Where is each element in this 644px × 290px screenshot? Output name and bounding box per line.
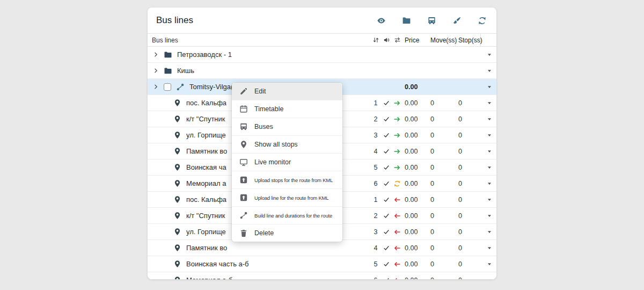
speaker-icon[interactable] bbox=[383, 37, 390, 44]
pin-icon bbox=[173, 244, 181, 252]
stop-value: 0 bbox=[454, 277, 481, 280]
menu-item-label: Upload stops for the route from KML bbox=[254, 177, 333, 183]
caret-down-icon[interactable] bbox=[487, 117, 492, 122]
stop-number: 1 bbox=[370, 99, 381, 107]
check-cell bbox=[381, 197, 392, 203]
chevron-right-icon[interactable] bbox=[153, 84, 159, 90]
check-cell bbox=[381, 261, 392, 267]
row-label: к/т "Спутник bbox=[186, 212, 225, 220]
stop-number: 4 bbox=[370, 148, 381, 155]
check-icon bbox=[383, 277, 390, 280]
menu-item-live-monitor[interactable]: Live monitor bbox=[232, 154, 342, 171]
pin-icon bbox=[173, 276, 181, 279]
check-icon bbox=[383, 164, 390, 171]
caret-cell bbox=[481, 133, 496, 138]
arrow-right-icon bbox=[393, 148, 401, 155]
row-label: Петрозаводск - 1 bbox=[177, 50, 232, 59]
stop-value: 0 bbox=[454, 180, 481, 187]
caret-down-icon[interactable] bbox=[487, 213, 492, 219]
stop-number: 4 bbox=[370, 244, 381, 252]
menu-item-upload-line-for-the-route-from-kml[interactable]: Upload line for the route from KML bbox=[232, 189, 342, 207]
stop-value: 0 bbox=[454, 212, 481, 220]
direction-cell bbox=[392, 132, 402, 139]
price-value: 0.00 bbox=[402, 212, 426, 220]
chevron-right-icon[interactable] bbox=[153, 52, 159, 57]
tree-cell: Мемориал а-б bbox=[148, 276, 370, 279]
menu-item-label: Edit bbox=[254, 88, 266, 95]
menu-item-build-line-and-durations-for-the-route[interactable]: Build line and durations for the route bbox=[232, 207, 342, 224]
check-icon bbox=[383, 116, 390, 122]
chevron-right-icon[interactable] bbox=[153, 68, 159, 74]
row-label: Памятник во bbox=[186, 244, 227, 252]
caret-down-icon[interactable] bbox=[487, 181, 492, 186]
caret-down-icon[interactable] bbox=[487, 278, 492, 280]
caret-down-icon[interactable] bbox=[487, 100, 492, 106]
caret-cell bbox=[481, 149, 496, 154]
row-checkbox[interactable] bbox=[164, 83, 171, 91]
check-cell bbox=[381, 180, 392, 187]
arrow-left-icon bbox=[393, 228, 401, 236]
move-value: 0 bbox=[426, 244, 454, 252]
check-cell bbox=[381, 100, 392, 106]
stop-row[interactable]: Памятник во40.0000 bbox=[148, 240, 496, 256]
brush-icon[interactable] bbox=[452, 16, 462, 25]
folder-row[interactable]: Кишь bbox=[148, 63, 496, 79]
arrow-left-icon bbox=[393, 212, 401, 220]
refresh-icon[interactable] bbox=[478, 16, 487, 25]
menu-item-show-all-stops[interactable]: Show all stops bbox=[232, 136, 342, 154]
caret-down-icon[interactable] bbox=[487, 262, 492, 267]
stop-row[interactable]: Воинская часть а-б50.0000 bbox=[148, 256, 496, 272]
arrow-left-icon bbox=[393, 196, 401, 204]
menu-item-label: Build line and durations for the route bbox=[254, 213, 332, 219]
stop-number: 5 bbox=[370, 164, 381, 171]
caret-down-icon[interactable] bbox=[487, 165, 492, 170]
menu-item-timetable[interactable]: Timetable bbox=[232, 100, 342, 118]
move-value: 0 bbox=[426, 115, 454, 123]
stop-value: 0 bbox=[454, 196, 481, 204]
caret-cell bbox=[481, 197, 496, 202]
caret-down-icon[interactable] bbox=[487, 52, 492, 57]
table-header-label: Bus lines bbox=[148, 37, 370, 44]
menu-item-upload-stops-for-the-route-from-kml[interactable]: Upload stops for the route from KML bbox=[232, 171, 342, 189]
folder-icon bbox=[164, 67, 172, 75]
caret-down-icon[interactable] bbox=[487, 229, 492, 235]
caret-cell bbox=[481, 262, 496, 267]
folder-icon[interactable] bbox=[402, 16, 411, 25]
caret-down-icon[interactable] bbox=[487, 149, 492, 154]
caret-cell bbox=[481, 213, 496, 219]
caret-down-icon[interactable] bbox=[487, 197, 492, 202]
pin-icon bbox=[173, 163, 181, 171]
menu-item-delete[interactable]: Delete bbox=[232, 224, 342, 242]
menu-item-edit[interactable]: Edit bbox=[232, 83, 342, 100]
bus-icon[interactable] bbox=[427, 16, 436, 25]
upload-icon bbox=[239, 193, 248, 202]
check-icon bbox=[383, 261, 390, 267]
sort-icon[interactable] bbox=[372, 37, 379, 44]
price-value: 0.00 bbox=[402, 115, 426, 123]
stop-row[interactable]: Мемориал а-б60.0000 bbox=[148, 272, 496, 279]
price-value: 0.00 bbox=[402, 148, 426, 155]
check-cell bbox=[381, 116, 392, 122]
price-value: 0.00 bbox=[402, 228, 426, 236]
caret-down-icon[interactable] bbox=[487, 133, 492, 138]
pin-icon bbox=[173, 260, 181, 268]
direction-cell bbox=[392, 164, 402, 171]
pin-icon bbox=[173, 195, 181, 204]
caret-cell bbox=[481, 181, 496, 186]
stop-number: 6 bbox=[370, 180, 381, 187]
menu-item-buses[interactable]: Buses bbox=[232, 118, 342, 136]
caret-cell bbox=[481, 245, 496, 251]
folder-row[interactable]: Петрозаводск - 1 bbox=[148, 47, 496, 63]
stop-number: 6 bbox=[370, 277, 381, 280]
caret-down-icon[interactable] bbox=[487, 245, 492, 251]
arrow-right-icon bbox=[393, 164, 401, 171]
check-cell bbox=[381, 132, 392, 139]
swap-icon[interactable] bbox=[394, 37, 401, 44]
menu-item-label: Timetable bbox=[254, 105, 283, 113]
caret-down-icon[interactable] bbox=[487, 68, 492, 74]
direction-cell bbox=[392, 260, 402, 268]
caret-down-icon[interactable] bbox=[487, 84, 492, 90]
eye-icon[interactable] bbox=[377, 16, 386, 25]
folder-icon bbox=[164, 50, 172, 59]
price-value: 0.00 bbox=[402, 260, 426, 268]
